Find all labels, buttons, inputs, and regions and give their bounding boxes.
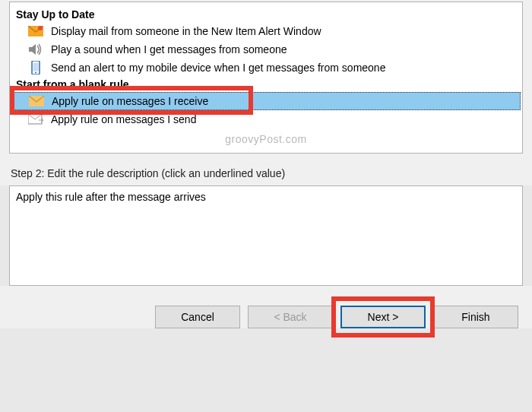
envelope-in-icon: [29, 94, 44, 108]
mobile-icon: [28, 61, 43, 74]
mail-alert-icon: [28, 24, 43, 38]
template-row-label: Play a sound when I get messages from so…: [51, 43, 287, 55]
template-list-panel: Stay Up to Date Display mail from someon…: [9, 2, 523, 154]
section-header-blank-rule: Start from a blank rule: [11, 77, 521, 92]
watermark-text: groovyPost.com: [11, 128, 521, 145]
svg-point-5: [35, 72, 36, 74]
template-row-receive[interactable]: Apply rule on messages I receive: [11, 92, 521, 110]
svg-point-1: [38, 26, 43, 30]
template-row-send[interactable]: Apply rule on messages I send: [11, 110, 521, 128]
sound-icon: [28, 43, 43, 56]
finish-button[interactable]: Finish: [433, 306, 518, 328]
svg-marker-2: [29, 44, 36, 55]
template-row-label: Apply rule on messages I receive: [52, 95, 208, 107]
template-row-label: Display mail from someone in the New Ite…: [51, 25, 321, 37]
back-button: < Back: [248, 306, 333, 328]
next-button[interactable]: Next >: [340, 306, 426, 328]
section-header-stay-up-to-date: Stay Up to Date: [11, 7, 521, 22]
template-row-new-item-alert[interactable]: Display mail from someone in the New Ite…: [11, 22, 521, 40]
envelope-out-icon: [28, 113, 43, 126]
svg-rect-4: [33, 63, 39, 71]
wizard-button-bar: Cancel < Back Next > Finish: [0, 286, 532, 328]
rule-description-text: Apply this rule after the message arrive…: [16, 191, 206, 203]
template-row-play-sound[interactable]: Play a sound when I get messages from so…: [11, 40, 521, 59]
cancel-button[interactable]: Cancel: [155, 306, 240, 328]
step2-instruction: Step 2: Edit the rule description (click…: [0, 154, 532, 185]
template-row-label: Apply rule on messages I send: [51, 113, 196, 125]
template-row-label: Send an alert to my mobile device when I…: [51, 62, 385, 74]
template-row-mobile-alert[interactable]: Send an alert to my mobile device when I…: [11, 59, 521, 77]
rule-description-panel[interactable]: Apply this rule after the message arrive…: [9, 185, 523, 286]
